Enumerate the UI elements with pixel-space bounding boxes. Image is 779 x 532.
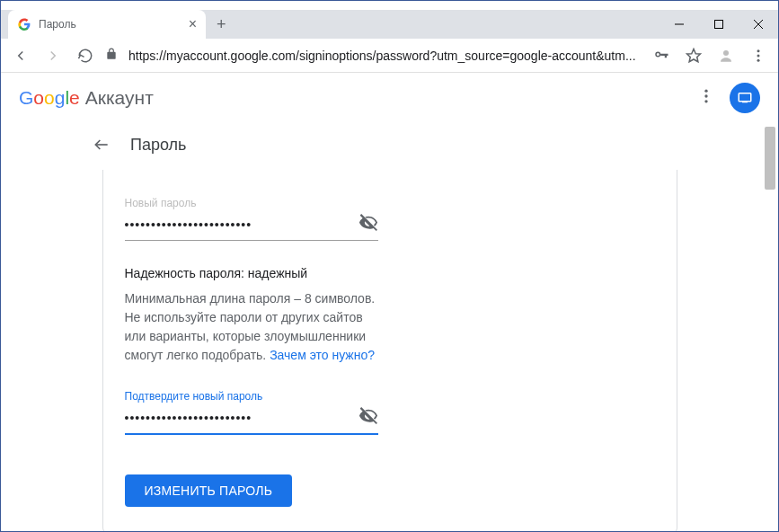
header-menu-icon[interactable] <box>697 87 715 109</box>
close-tab-icon[interactable]: × <box>189 17 197 31</box>
account-avatar[interactable] <box>730 83 760 113</box>
address-bar: https://myaccount.google.com/signinoptio… <box>1 39 778 73</box>
password-card: Новый пароль •••••••••••••••••••••••• На… <box>102 170 677 532</box>
svg-point-11 <box>704 100 707 102</box>
toggle-visibility-icon[interactable] <box>359 213 378 236</box>
google-logo-text: Google <box>19 87 80 109</box>
browser-menu-icon[interactable] <box>746 43 771 68</box>
svg-point-5 <box>723 50 729 56</box>
svg-point-7 <box>757 54 760 57</box>
page-sub-header: Пароль <box>1 123 778 170</box>
svg-point-9 <box>704 90 707 93</box>
svg-rect-13 <box>742 102 748 103</box>
forward-button[interactable] <box>40 43 66 68</box>
profile-avatar-icon[interactable] <box>713 43 739 68</box>
toggle-visibility-icon[interactable] <box>359 406 378 430</box>
window-maximize-icon[interactable] <box>699 10 739 39</box>
confirm-password-value: •••••••••••••••••••••••• <box>125 411 359 425</box>
bookmark-star-icon[interactable] <box>681 43 706 68</box>
password-key-icon[interactable] <box>649 43 674 68</box>
window-close-icon[interactable] <box>739 10 778 39</box>
back-arrow-icon[interactable] <box>91 134 112 155</box>
svg-point-6 <box>757 49 760 52</box>
url-text[interactable]: https://myaccount.google.com/signinoptio… <box>128 49 642 63</box>
svg-point-8 <box>757 58 760 61</box>
google-account-logo[interactable]: Google Аккаунт <box>19 87 154 109</box>
svg-marker-4 <box>687 49 701 61</box>
page-title: Пароль <box>130 136 186 155</box>
password-hint: Минимальная длина пароля – 8 символов. Н… <box>125 289 376 365</box>
app-header: Google Аккаунт <box>1 73 778 123</box>
browser-tab[interactable]: Пароль × <box>8 10 206 39</box>
new-password-label: Новый пароль <box>125 197 378 209</box>
password-strength: Надежность пароля: надежный <box>125 266 378 280</box>
browser-tab-strip: Пароль × + <box>1 10 778 39</box>
change-password-button[interactable]: ИЗМЕНИТЬ ПАРОЛЬ <box>125 474 293 507</box>
reload-button[interactable] <box>73 43 98 68</box>
new-password-field[interactable]: •••••••••••••••••••••••• <box>125 213 378 241</box>
confirm-password-label: Подтвердите новый пароль <box>125 390 378 403</box>
lock-icon[interactable] <box>105 48 118 64</box>
google-favicon <box>17 17 31 31</box>
scrollbar-thumb[interactable] <box>765 127 775 190</box>
new-password-value: •••••••••••••••••••••••• <box>125 217 359 232</box>
window-minimize-icon[interactable] <box>659 10 699 39</box>
new-tab-button[interactable]: + <box>206 15 237 34</box>
account-label: Аккаунт <box>85 87 154 109</box>
confirm-password-field[interactable]: •••••••••••••••••••••••• <box>125 406 378 435</box>
svg-rect-12 <box>739 93 751 102</box>
tab-title: Пароль <box>39 18 181 31</box>
svg-rect-1 <box>715 21 723 29</box>
back-button[interactable] <box>8 43 33 68</box>
why-link[interactable]: Зачем это нужно? <box>270 348 375 362</box>
svg-point-10 <box>704 94 707 97</box>
